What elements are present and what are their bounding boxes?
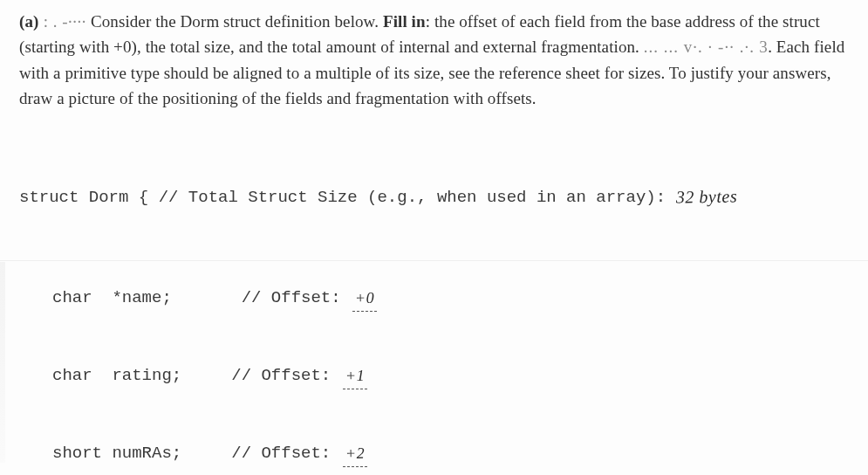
offset-label: // Offset: [242, 286, 351, 311]
code-struct-open: struct Dorm { // Total Struct Size (e.g.… [19, 182, 849, 209]
code-field-row: char *name; // Offset: +0 [19, 286, 849, 312]
lead-text: Consider the Dorm struct definition belo… [86, 12, 383, 31]
faint-printing-1: : . [38, 12, 62, 31]
faint-horizontal-line [0, 260, 868, 261]
faint-printing-2: ... ... v·. · -·· .·. [644, 38, 755, 56]
offset-label: // Offset: [231, 363, 340, 389]
answer-blank: +1 [343, 363, 367, 389]
code-block: struct Dorm { // Total Struct Size (e.g.… [19, 131, 849, 475]
question-paragraph: (a) : . -···· Consider the Dorm struct d… [19, 9, 849, 112]
code-field-row: char rating; // Offset: +1 [19, 363, 849, 389]
answer-offset: +1 [345, 364, 365, 389]
answer-offset: +0 [355, 286, 375, 311]
code-field-row: short numRAs; // Offset: +2 [19, 441, 849, 467]
answer-blank: +0 [352, 286, 377, 312]
answer-total-size: 32 bytes [675, 182, 737, 210]
field-decl: char rating; [52, 363, 231, 389]
answer-offset: +2 [345, 441, 365, 465]
struct-open-text: struct Dorm { // Total Struct Size (e.g.… [19, 185, 676, 210]
faint-printing-1b: -···· [62, 12, 86, 31]
field-decl: char *name; [52, 286, 242, 311]
left-scan-shadow [0, 262, 5, 463]
answer-blank: +2 [343, 441, 367, 467]
fill-in-label: Fill in [383, 12, 426, 31]
field-decl: short numRAs; [52, 441, 231, 466]
part-label: (a) [19, 12, 38, 31]
offset-label: // Offset: [231, 441, 340, 466]
mid-digit: 3 [755, 38, 768, 56]
